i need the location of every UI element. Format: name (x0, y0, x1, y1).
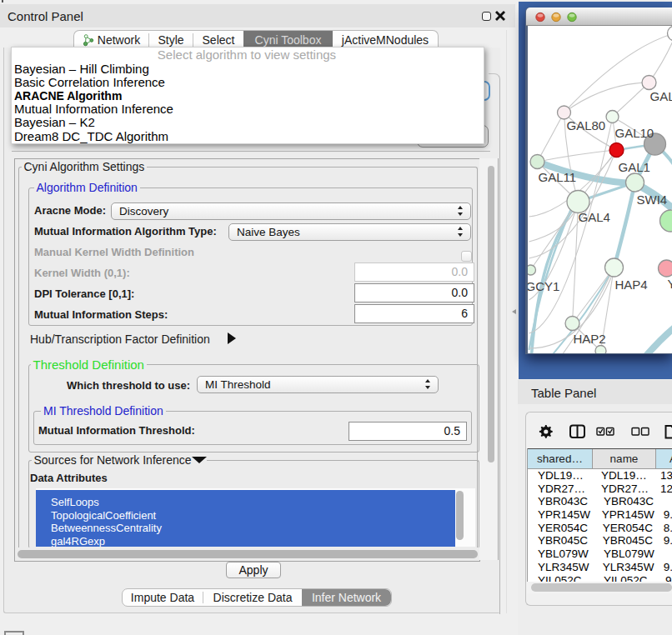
svg-text:HAP4: HAP4 (614, 278, 647, 292)
svg-text:GAL11: GAL11 (538, 170, 576, 184)
svg-text:SWI4: SWI4 (636, 192, 667, 207)
svg-text:GAL80: GAL80 (566, 118, 605, 132)
svg-text:GAL1: GAL1 (618, 160, 649, 174)
svg-text:GAL: GAL (649, 89, 672, 103)
svg-text:Y: Y (667, 277, 672, 291)
svg-text:GAL4: GAL4 (578, 210, 609, 224)
svg-text:GCY1: GCY1 (528, 279, 559, 293)
svg-text:GAL10: GAL10 (614, 126, 654, 140)
svg-text:HAP2: HAP2 (573, 332, 605, 346)
